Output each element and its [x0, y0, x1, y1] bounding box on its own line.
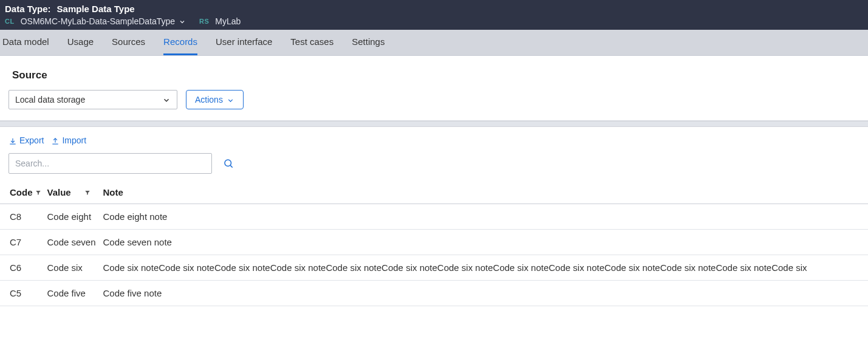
- filter-icon: [84, 188, 91, 195]
- svg-line-1: [230, 165, 232, 167]
- search-input[interactable]: [9, 153, 212, 174]
- source-select[interactable]: Local data storage: [9, 90, 177, 109]
- cl-badge: CL: [5, 18, 15, 25]
- search-icon: [223, 157, 234, 168]
- col-header-code-label: Code: [10, 187, 33, 197]
- export-label: Export: [19, 135, 44, 145]
- tab-usage[interactable]: Usage: [67, 30, 94, 55]
- col-header-value-label: Value: [47, 187, 71, 197]
- svg-point-0: [225, 160, 231, 166]
- cell-value: Code seven: [47, 229, 103, 255]
- tab-data-model[interactable]: Data model: [2, 30, 49, 55]
- app-name: MyLab: [215, 16, 241, 26]
- cell-value: Code five: [47, 280, 103, 306]
- table-header-row: Code Value Note: [0, 182, 868, 204]
- page-header: Data Type: Sample Data Type CL OSM6MC-My…: [0, 0, 868, 30]
- actions-button-label: Actions: [195, 95, 223, 104]
- col-header-value[interactable]: Value: [47, 182, 103, 204]
- import-link[interactable]: Import: [51, 135, 86, 145]
- col-header-code[interactable]: Code: [0, 182, 47, 204]
- cell-value: Code six: [47, 255, 103, 280]
- tab-sources[interactable]: Sources: [112, 30, 145, 55]
- controls-row: Local data storage Actions: [0, 90, 868, 121]
- actions-button[interactable]: Actions: [186, 90, 244, 109]
- filter-icon: [35, 188, 41, 195]
- data-type-value: Sample Data Type: [57, 4, 135, 14]
- source-select-value: Local data storage: [15, 95, 85, 104]
- table-row[interactable]: C5 Code five Code five note: [0, 280, 868, 306]
- cell-code: C6: [0, 255, 47, 280]
- class-name-dropdown[interactable]: OSM6MC-MyLab-Data-SampleDataType: [21, 16, 186, 26]
- toolbar-links: Export Import: [0, 127, 868, 152]
- table-row[interactable]: C6 Code six Code six noteCode six noteCo…: [0, 255, 868, 280]
- class-name-text: OSM6MC-MyLab-Data-SampleDataType: [21, 16, 175, 26]
- cell-note: Code seven note: [103, 229, 869, 255]
- data-type-label: Data Type:: [5, 4, 51, 14]
- search-button[interactable]: [220, 155, 236, 171]
- chevron-down-icon: [179, 16, 186, 26]
- cell-note: Code six noteCode six noteCode six noteC…: [103, 255, 869, 280]
- tab-user-interface[interactable]: User interface: [216, 30, 272, 55]
- header-breadcrumb-row: CL OSM6MC-MyLab-Data-SampleDataType RS M…: [5, 16, 863, 26]
- cell-value: Code eight: [47, 204, 103, 229]
- divider-strip: [0, 121, 868, 127]
- cell-code: C5: [0, 280, 47, 306]
- cell-code: C8: [0, 204, 47, 229]
- export-link[interactable]: Export: [9, 135, 44, 145]
- records-table: Code Value Note C8 Cod: [0, 182, 868, 306]
- table-row[interactable]: C8 Code eight Code eight note: [0, 204, 868, 229]
- tab-test-cases[interactable]: Test cases: [290, 30, 333, 55]
- cell-note: Code eight note: [103, 204, 869, 229]
- tabbar: Data model Usage Sources Records User in…: [0, 30, 868, 56]
- tab-records[interactable]: Records: [163, 30, 197, 55]
- chevron-down-icon: [162, 95, 171, 104]
- upload-icon: [51, 135, 60, 145]
- chevron-down-icon: [227, 95, 234, 104]
- download-icon: [9, 135, 17, 145]
- col-header-note[interactable]: Note: [103, 182, 869, 204]
- table-row[interactable]: C7 Code seven Code seven note: [0, 229, 868, 255]
- search-row: [0, 153, 868, 182]
- col-header-note-label: Note: [103, 187, 123, 197]
- cell-note: Code five note: [103, 280, 869, 306]
- header-title-row: Data Type: Sample Data Type: [5, 4, 863, 14]
- rs-badge: RS: [199, 18, 209, 25]
- cell-code: C7: [0, 229, 47, 255]
- tab-settings[interactable]: Settings: [352, 30, 384, 55]
- import-label: Import: [62, 135, 86, 145]
- section-title: Source: [0, 56, 868, 90]
